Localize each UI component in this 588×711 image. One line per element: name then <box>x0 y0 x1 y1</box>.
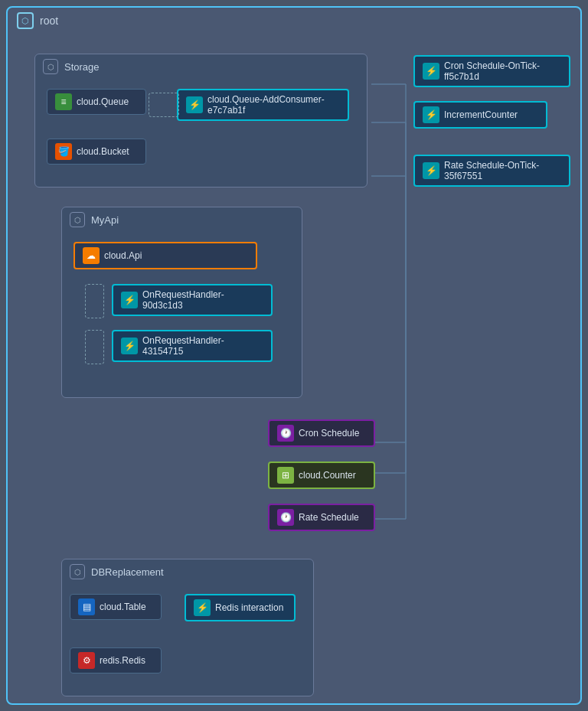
cron-schedule-node[interactable]: 🕐 Cron Schedule <box>268 419 375 447</box>
api-icon: ☁ <box>83 247 100 264</box>
rate-schedule-icon: 🕐 <box>277 509 294 526</box>
redis-label: redis.Redis <box>100 655 145 666</box>
handler1-dashed <box>85 284 104 318</box>
root-container: ⬡ root ⬡ Storage ≡ cloud.Queue ⚡ <box>6 6 582 705</box>
rate-schedule-node[interactable]: 🕐 Rate Schedule <box>268 504 375 531</box>
handler1-icon: ⚡ <box>121 292 138 308</box>
counter-icon: ⊞ <box>277 467 294 484</box>
queue-consumer-icon: ⚡ <box>186 96 203 113</box>
rate-ontick-node[interactable]: ⚡ Rate Schedule-OnTick-35f67551 <box>413 155 570 187</box>
storage-panel-header: ⬡ Storage <box>35 54 367 79</box>
cron-ontick-icon: ⚡ <box>423 63 439 80</box>
cloud-table-node[interactable]: ▤ cloud.Table <box>70 594 162 620</box>
cloud-bucket-node[interactable]: 🪣 cloud.Bucket <box>47 139 146 165</box>
storage-panel-label: Storage <box>64 61 100 73</box>
increment-counter-label: IncrementCounter <box>444 109 518 120</box>
cloud-queue-node[interactable]: ≡ cloud.Queue <box>47 89 146 115</box>
handler1-label: OnRequestHandler-90d3c1d3 <box>142 289 263 311</box>
cron-ontick-node[interactable]: ⚡ Cron Schedule-OnTick-ff5c7b1d <box>413 55 570 87</box>
queue-dashed-connector <box>149 93 179 117</box>
increment-counter-icon: ⚡ <box>423 106 439 123</box>
handler2-label: OnRequestHandler-43154715 <box>142 335 263 357</box>
cloud-bucket-label: cloud.Bucket <box>77 146 129 157</box>
handler2-icon: ⚡ <box>121 338 138 354</box>
redis-icon: ⚙ <box>78 652 95 669</box>
root-label: root <box>40 15 58 27</box>
queue-consumer-label: cloud.Queue-AddConsumer-e7c7ab1f <box>207 94 340 116</box>
myapi-panel-label: MyApi <box>91 214 119 226</box>
cron-ontick-label: Cron Schedule-OnTick-ff5c7b1d <box>444 60 561 82</box>
handler2-node[interactable]: ⚡ OnRequestHandler-43154715 <box>112 330 273 362</box>
redis-interaction-node[interactable]: ⚡ Redis interaction <box>185 594 296 621</box>
cron-schedule-label: Cron Schedule <box>299 428 359 439</box>
myapi-panel: ⬡ MyApi ☁ cloud.Api ⚡ OnRequestHandler-9… <box>61 207 302 398</box>
queue-icon: ≡ <box>55 93 72 110</box>
dbreplacement-panel-header: ⬡ DBReplacement <box>62 559 313 584</box>
cron-schedule-icon: 🕐 <box>277 425 294 442</box>
myapi-panel-header: ⬡ MyApi <box>62 207 302 232</box>
storage-panel: ⬡ Storage ≡ cloud.Queue ⚡ cloud.Queue-Ad… <box>34 54 368 188</box>
redis-interaction-label: Redis interaction <box>215 602 283 613</box>
cloud-queue-label: cloud.Queue <box>77 96 129 107</box>
rate-ontick-label: Rate Schedule-OnTick-35f67551 <box>444 160 561 181</box>
increment-counter-node[interactable]: ⚡ IncrementCounter <box>413 101 547 129</box>
dbreplacement-panel-icon: ⬡ <box>70 564 85 579</box>
table-icon: ▤ <box>78 598 95 615</box>
dbreplacement-panel: ⬡ DBReplacement ▤ cloud.Table ⚡ Redis in… <box>61 559 314 696</box>
cloud-table-label: cloud.Table <box>100 602 146 612</box>
bucket-icon: 🪣 <box>55 143 72 160</box>
redis-interaction-icon: ⚡ <box>194 599 211 616</box>
cloud-api-node[interactable]: ☁ cloud.Api <box>74 242 257 269</box>
counter-node[interactable]: ⊞ cloud.Counter <box>268 461 375 489</box>
dbreplacement-panel-label: DBReplacement <box>91 566 164 578</box>
rate-ontick-icon: ⚡ <box>423 162 439 179</box>
counter-label: cloud.Counter <box>299 470 356 481</box>
storage-panel-icon: ⬡ <box>43 59 58 74</box>
cloud-api-label: cloud.Api <box>104 250 142 261</box>
handler1-node[interactable]: ⚡ OnRequestHandler-90d3c1d3 <box>112 284 273 316</box>
queue-consumer-node[interactable]: ⚡ cloud.Queue-AddConsumer-e7c7ab1f <box>177 89 349 121</box>
rate-schedule-label: Rate Schedule <box>299 512 359 523</box>
root-icon: ⬡ <box>17 12 34 29</box>
handler2-dashed <box>85 330 104 364</box>
root-header: ⬡ root <box>8 8 580 34</box>
myapi-panel-icon: ⬡ <box>70 212 85 227</box>
redis-node[interactable]: ⚙ redis.Redis <box>70 647 162 673</box>
